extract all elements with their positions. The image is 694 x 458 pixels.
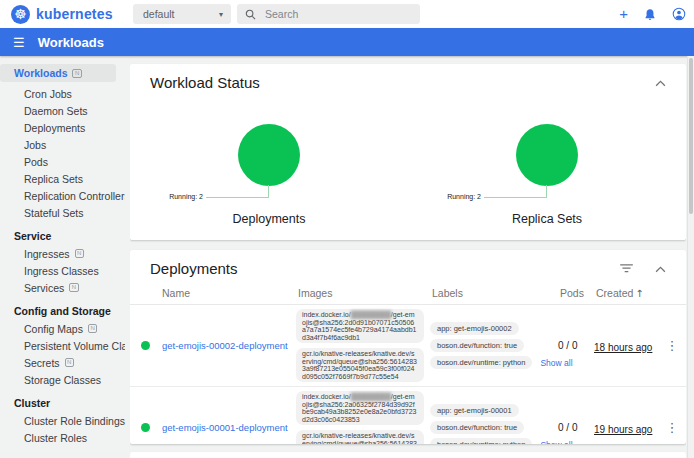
label-chip: boson.dev/function: true xyxy=(430,339,524,352)
sidebar-item-stateful-sets[interactable]: Stateful Sets xyxy=(0,204,125,221)
sidebar-item-label: Config Maps xyxy=(24,323,83,335)
sidebar-item-label: Cluster Roles xyxy=(24,432,87,444)
sidebar-item-secrets[interactable]: Secrets N xyxy=(0,354,125,371)
image-chip: index.docker.io/█████████/get-emojis@sha… xyxy=(296,309,424,343)
created-value: 19 hours ago xyxy=(594,424,652,435)
created-cell: 18 hours ago xyxy=(594,337,658,355)
sidebar-item-jobs[interactable]: Jobs xyxy=(0,136,125,153)
column-label: Created xyxy=(596,287,633,299)
sidebar-item-storage-classes[interactable]: Storage Classes xyxy=(0,371,125,388)
column-images[interactable]: Images xyxy=(296,287,430,299)
workload-status-card: Workload Status Running: 2 Deployments R… xyxy=(130,64,686,240)
created-value: 18 hours ago xyxy=(594,342,652,353)
sidebar-item-label: Replication Controllers xyxy=(24,190,125,202)
column-pods[interactable]: Pods xyxy=(558,287,594,299)
image-chip: gcr.io/knative-releases/knative.dev/serv… xyxy=(296,430,424,444)
sidebar-item-label: Daemon Sets xyxy=(24,105,88,117)
sidebar-item-ingresses[interactable]: Ingresses N xyxy=(0,245,125,262)
notifications-bell-icon[interactable] xyxy=(644,8,656,21)
labels-cell: app: get-emojis-00002 boson.dev/function… xyxy=(430,322,558,369)
sidebar-item-replica-sets[interactable]: Replica Sets xyxy=(0,170,125,187)
namespaced-badge-icon: N xyxy=(69,283,78,292)
sidebar-item-cluster-roles[interactable]: Cluster Roles xyxy=(0,429,125,446)
brand-name: kubernetes xyxy=(36,6,113,22)
sidebar-item-label: Storage Classes xyxy=(24,374,101,386)
sidebar-section-config-and-storage: Config and Storage xyxy=(0,303,125,320)
sidebar-item-label: Deployments xyxy=(24,122,85,134)
helm-wheel-glyph: ☸ xyxy=(14,6,27,22)
images-cell: index.docker.io/█████████/get-emojis@sha… xyxy=(296,309,430,382)
sidebar-item-deployments[interactable]: Deployments xyxy=(0,119,125,136)
app-bar: ☰ Workloads xyxy=(0,28,694,56)
pods-cell: 0 / 0 xyxy=(558,340,594,351)
label-chip: app: get-emojis-00002 xyxy=(430,322,519,335)
namespaced-badge-icon: N xyxy=(88,324,97,333)
sidebar-item-label: Persistent Volume Claims xyxy=(24,340,125,352)
image-chip: index.docker.io/█████████/get-emojis@sha… xyxy=(296,391,424,425)
sidebar-nav: Workloads N Cron Jobs Daemon Sets Deploy… xyxy=(0,56,125,458)
sidebar-item-label: Services xyxy=(24,282,64,294)
deployments-title: Deployments xyxy=(150,260,238,277)
sidebar-item-cron-jobs[interactable]: Cron Jobs xyxy=(0,85,125,102)
top-actions: + xyxy=(619,0,686,28)
replica-sets-pie-chart xyxy=(516,124,578,186)
image-text: index.docker.io/ xyxy=(302,393,351,400)
account-icon[interactable] xyxy=(672,7,686,21)
main-content: Workload Status Running: 2 Deployments R… xyxy=(130,56,686,458)
collapse-chevron-up-icon[interactable] xyxy=(655,73,666,91)
sidebar-item-daemon-sets[interactable]: Daemon Sets xyxy=(0,102,125,119)
status-running-icon xyxy=(141,423,150,432)
column-name[interactable]: Name xyxy=(160,287,296,299)
sort-ascending-icon: ↑ xyxy=(635,288,643,299)
redacted-text: █████████ xyxy=(351,393,391,400)
search-input[interactable] xyxy=(265,8,405,20)
menu-hamburger-icon[interactable]: ☰ xyxy=(13,35,25,50)
column-created-sorted[interactable]: Created↑ xyxy=(594,287,658,299)
pie-chart-caption: Replica Sets xyxy=(422,212,672,226)
chevron-down-icon: ▾ xyxy=(219,10,223,19)
kubernetes-logo-icon: ☸ xyxy=(11,5,30,24)
sidebar-item-pods[interactable]: Pods xyxy=(0,153,125,170)
column-labels[interactable]: Labels xyxy=(430,287,558,299)
sidebar-item-ingress-classes[interactable]: Ingress Classes xyxy=(0,262,125,279)
table-row: get-emojis-00001-deployment index.docker… xyxy=(130,387,686,444)
sidebar-item-services[interactable]: Services N xyxy=(0,279,125,296)
scrollbar-thumb[interactable] xyxy=(689,58,693,214)
sidebar-item-cluster-role-bindings[interactable]: Cluster Role Bindings xyxy=(0,412,125,429)
namespaced-badge-icon: N xyxy=(65,358,74,367)
namespace-select[interactable]: default ▾ xyxy=(133,4,231,24)
sidebar-item-persistent-volume-claims[interactable]: Persistent Volume Claims N xyxy=(0,337,125,354)
created-cell: 19 hours ago xyxy=(594,419,658,437)
row-kebab-menu-button[interactable]: ⋮ xyxy=(658,338,686,353)
create-resource-button[interactable]: + xyxy=(619,0,628,28)
workload-status-title: Workload Status xyxy=(150,74,260,91)
image-chip: gcr.io/knative-releases/knative.dev/serv… xyxy=(296,348,424,382)
search-box[interactable] xyxy=(237,4,420,24)
image-text: gcr.io/knative-releases/knative.dev/serv… xyxy=(302,350,417,380)
show-all-link[interactable]: Show all xyxy=(540,440,572,445)
pie-callout-line xyxy=(206,185,269,198)
sidebar-item-workloads[interactable]: Workloads N xyxy=(0,64,116,82)
collapse-chevron-up-icon[interactable] xyxy=(655,259,666,277)
label-chip: boson.dev/runtime: python xyxy=(430,356,532,369)
search-icon xyxy=(245,9,256,20)
sidebar-item-label: Stateful Sets xyxy=(24,207,84,219)
image-text: gcr.io/knative-releases/knative.dev/serv… xyxy=(302,432,417,444)
table-header-row: Name Images Labels Pods Created↑ xyxy=(130,282,686,305)
status-running-icon xyxy=(141,341,150,350)
sidebar-item-config-maps[interactable]: Config Maps N xyxy=(0,320,125,337)
scrollbar-track[interactable] xyxy=(687,56,694,458)
filter-icon[interactable] xyxy=(620,259,633,277)
pods-cell: 0 / 0 xyxy=(558,422,594,433)
pie-segment-label: Running: 2 xyxy=(447,193,481,200)
pie-segment-label: Running: 2 xyxy=(169,193,203,200)
deployment-link[interactable]: get-emojis-00002-deployment xyxy=(160,340,296,351)
deployment-link[interactable]: get-emojis-00001-deployment xyxy=(160,422,296,433)
label-chip: boson.dev/function: true xyxy=(430,421,524,434)
show-all-link[interactable]: Show all xyxy=(540,358,572,368)
pie-chart-caption: Deployments xyxy=(144,212,394,226)
sidebar-item-label: Pods xyxy=(24,156,48,168)
row-kebab-menu-button[interactable]: ⋮ xyxy=(658,420,686,435)
deployments-pie-chart xyxy=(238,124,300,186)
sidebar-item-replication-controllers[interactable]: Replication Controllers xyxy=(0,187,125,204)
